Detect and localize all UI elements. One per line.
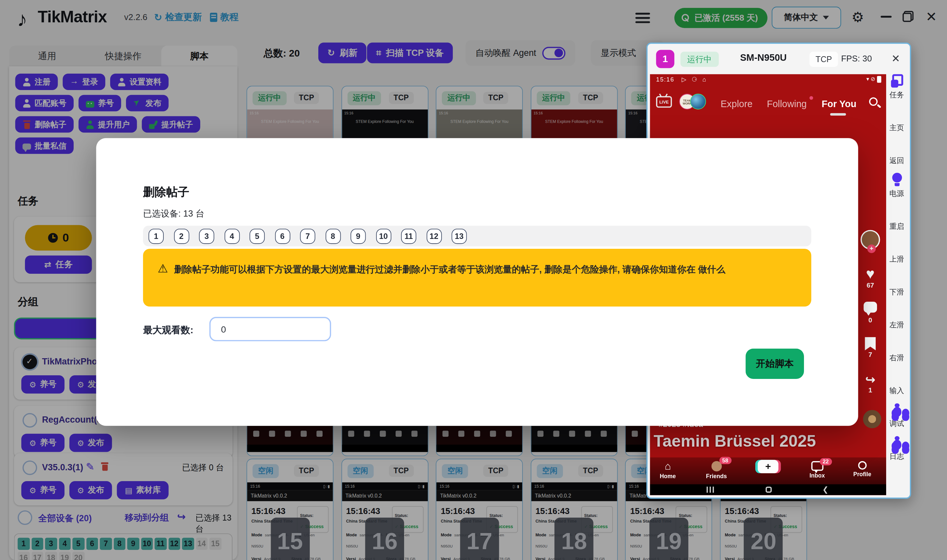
friends-badge: 58	[719, 457, 731, 464]
share-button[interactable]: ↪ 1	[858, 373, 882, 393]
create-button[interactable]: +	[758, 460, 778, 473]
profile-icon	[858, 461, 867, 470]
start-script-button[interactable]: 开始脚本	[745, 349, 804, 379]
max-views-label: 最大观看数:	[143, 325, 193, 337]
phone-control-button[interactable]: 日志	[884, 435, 910, 468]
tab-explore[interactable]: Explore	[721, 98, 752, 109]
phone-control-button[interactable]: 上滑	[884, 238, 910, 271]
device-chip[interactable]: 11	[401, 228, 416, 243]
share-icon: ↪	[858, 373, 882, 386]
control-icon	[892, 173, 902, 187]
android-back-button[interactable]: ❮	[822, 487, 828, 493]
creator-avatar[interactable]	[861, 230, 880, 249]
friends-avatar-icon: 58	[711, 461, 721, 471]
control-icon	[891, 74, 903, 88]
bookmark-count: 7	[858, 351, 882, 358]
dialog-title: 删除帖子	[143, 185, 189, 200]
phone-control-button[interactable]: 输入	[884, 370, 910, 403]
live-icon[interactable]: LIVE	[656, 96, 672, 108]
bookmark-icon	[865, 337, 876, 350]
comment-button[interactable]: 0	[858, 302, 882, 324]
device-chip[interactable]: 12	[427, 228, 442, 243]
device-index-badge: 1	[656, 50, 674, 68]
recent-apps-button[interactable]	[707, 487, 714, 493]
device-chip[interactable]: 2	[174, 228, 189, 243]
phone-control-button[interactable]: 任务	[884, 74, 910, 107]
avatar[interactable]	[690, 94, 706, 109]
tab-for-you[interactable]: For You	[822, 98, 856, 109]
device-model: SM-N950U	[740, 52, 787, 63]
phone-control-button[interactable]: 左滑	[884, 304, 910, 337]
phone-bottom-nav: ⌂ Home 58 Friends + 22 Inbox Profile	[650, 457, 886, 484]
phone-control-button[interactable]: 调试	[884, 403, 910, 435]
device-chip[interactable]: 6	[275, 228, 290, 243]
fps-label: FPS: 30	[841, 54, 872, 63]
device-chip[interactable]: 7	[300, 228, 315, 243]
warning-icon: ⚠	[157, 262, 168, 275]
comment-icon	[864, 302, 877, 312]
protocol-badge: TCP	[810, 52, 838, 67]
phone-control-column: 任务 主页 返回 电源 重启	[884, 74, 910, 498]
warning-banner: ⚠删除帖子功能可以根据下方设置的最大浏览量进行过滤并删除小于或者等于该浏览量的帖…	[143, 249, 811, 307]
tab-following[interactable]: Following	[767, 98, 807, 109]
device-chip[interactable]: 1	[149, 228, 164, 243]
nav-inbox[interactable]: 22 Inbox	[810, 461, 825, 479]
nav-profile[interactable]: Profile	[853, 461, 872, 477]
device-chip[interactable]: 5	[249, 228, 265, 243]
heart-icon: ♥	[858, 266, 882, 281]
device-chip[interactable]: 4	[224, 228, 239, 243]
max-views-input[interactable]	[209, 317, 331, 341]
phone-panel-header: 1 运行中 SM-N950U TCP FPS: 30 ✕	[647, 44, 910, 74]
inbox-badge: 22	[820, 458, 832, 465]
phone-control-button[interactable]: 重启	[884, 206, 910, 238]
warning-text: 删除帖子功能可以根据下方设置的最大浏览量进行过滤并删除小于或者等于该浏览量的帖子…	[174, 264, 725, 274]
nav-friends[interactable]: 58 Friends	[706, 461, 727, 480]
device-chip-strip: 1 2 3 4 5 6 7 8 9 10 11 12	[143, 226, 811, 246]
device-chip[interactable]: 9	[351, 228, 366, 243]
notification-dot	[810, 96, 813, 100]
phone-control-button[interactable]: 主页	[884, 107, 910, 140]
battery-icon	[877, 76, 881, 83]
nav-home[interactable]: ⌂ Home	[660, 461, 676, 480]
like-button[interactable]: ♥ 67	[858, 266, 882, 289]
device-status-badge: 运行中	[680, 52, 719, 67]
phone-statusbar-time: 15:16	[656, 76, 674, 83]
phone-statusbar-right-icons: ▾ ⊘	[867, 76, 881, 83]
tab-underline	[830, 113, 846, 115]
phone-control-button[interactable]: 下滑	[884, 271, 910, 304]
comment-count: 0	[858, 316, 882, 323]
like-count: 67	[858, 282, 882, 289]
bookmark-button[interactable]: 7	[858, 337, 882, 358]
panel-close-button[interactable]: ✕	[892, 52, 900, 65]
device-chip[interactable]: 8	[325, 228, 340, 243]
device-chip[interactable]: 10	[376, 228, 391, 243]
phone-statusbar-icons: ▷ ⚆ ⌂	[682, 76, 708, 83]
phone-control-button[interactable]: 电源	[884, 173, 910, 206]
app-window: ♪ TikMatrix v2.2.6 ↻ 检查更新 教程 已激活 (2558 天…	[0, 0, 947, 560]
music-disc[interactable]	[863, 410, 882, 429]
device-chip[interactable]: 3	[199, 228, 214, 243]
control-icon	[891, 403, 903, 417]
home-icon: ⌂	[660, 461, 676, 471]
device-chip[interactable]: 13	[451, 228, 467, 243]
control-icon	[891, 435, 903, 450]
video-overlay-text: Taemin Brüssel 2025	[654, 432, 816, 451]
android-navbar: ❮	[650, 484, 886, 495]
inbox-icon: 22	[811, 461, 823, 471]
selected-devices-label: 已选设备: 13 台	[143, 208, 204, 220]
delete-posts-dialog: 删除帖子 已选设备: 13 台 1 2 3 4 5 6 7 8 9 10	[96, 138, 858, 426]
phone-control-button[interactable]: 右滑	[884, 337, 910, 370]
android-home-button[interactable]	[766, 487, 772, 493]
search-icon[interactable]	[869, 97, 878, 106]
rail-avatar-group[interactable]	[858, 230, 882, 249]
share-count: 1	[858, 386, 882, 393]
phone-control-button[interactable]: 返回	[884, 140, 910, 173]
